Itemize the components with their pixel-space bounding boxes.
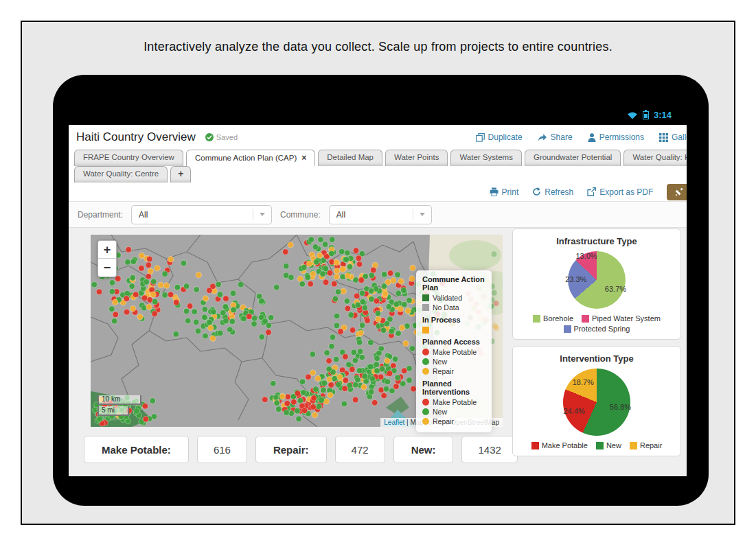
map-dot[interactable] (109, 306, 115, 312)
map-dot[interactable] (312, 412, 318, 418)
map-dot[interactable] (168, 256, 174, 262)
map-dot[interactable] (174, 284, 181, 290)
map-dot[interactable] (227, 327, 233, 333)
map-dot[interactable] (133, 292, 139, 298)
map-dot[interactable] (395, 375, 401, 381)
map-dot[interactable] (142, 404, 148, 410)
tab-commune-action-plan[interactable]: Commune Action Plan (CAP)× (186, 150, 315, 166)
add-tab-button[interactable]: + (170, 166, 191, 183)
map-dot[interactable] (295, 390, 301, 397)
map-dot[interactable] (359, 290, 365, 296)
map-dot[interactable] (361, 384, 367, 390)
map-dot[interactable] (406, 377, 413, 384)
map-dot[interactable] (268, 315, 274, 321)
map-dot[interactable] (337, 374, 343, 380)
map-dot[interactable] (356, 340, 363, 346)
map-dot[interactable] (400, 381, 406, 387)
map-dot[interactable] (321, 380, 328, 386)
map-dot[interactable] (370, 267, 376, 273)
map-dot[interactable] (355, 302, 361, 308)
map-dot[interactable] (301, 264, 307, 270)
map-dot[interactable] (308, 237, 314, 243)
map-dot[interactable] (352, 397, 358, 403)
map-dot[interactable] (350, 366, 356, 373)
map-dot[interactable] (259, 298, 265, 304)
department-select[interactable]: All (131, 205, 272, 224)
map-dot[interactable] (347, 264, 353, 270)
map-dot[interactable] (282, 249, 288, 255)
map-dot[interactable] (297, 397, 303, 404)
map-dot[interactable] (185, 318, 191, 324)
map-dot[interactable] (141, 295, 148, 301)
map-dot[interactable] (202, 314, 208, 320)
permissions-button[interactable]: Permissions (588, 132, 644, 142)
map-dot[interactable] (125, 259, 131, 266)
map-dot[interactable] (343, 377, 349, 384)
map-dot[interactable] (334, 274, 340, 280)
map-dot[interactable] (326, 358, 332, 364)
map-dot[interactable] (384, 320, 390, 327)
map-dot[interactable] (112, 299, 118, 305)
map-dot[interactable] (229, 318, 236, 325)
map-dot[interactable] (324, 350, 330, 356)
map-dot[interactable] (371, 400, 378, 406)
tab-water-systems[interactable]: Water Systems (450, 150, 522, 166)
map-dot[interactable] (410, 265, 416, 271)
map-dot[interactable] (109, 280, 115, 286)
map-dot[interactable] (411, 386, 417, 392)
map-dot[interactable] (207, 288, 213, 294)
map-dot[interactable] (284, 410, 290, 416)
map-dot[interactable] (406, 297, 413, 303)
map-dot[interactable] (358, 330, 364, 336)
map-dot[interactable] (323, 279, 329, 285)
map-dot[interactable] (345, 272, 351, 279)
map-dot[interactable] (353, 248, 359, 254)
map-dot[interactable] (310, 351, 316, 358)
map-dot[interactable] (163, 283, 170, 289)
map-dot[interactable] (356, 368, 363, 374)
map-dot[interactable] (381, 283, 387, 290)
map-dot[interactable] (150, 292, 157, 298)
map-dot[interactable] (334, 323, 340, 329)
map-dot[interactable] (97, 417, 103, 423)
map-dot[interactable] (329, 343, 335, 349)
map-dot[interactable] (491, 290, 497, 296)
map-dot[interactable] (357, 349, 363, 355)
map-dot[interactable] (316, 404, 322, 410)
map-dot[interactable] (328, 393, 334, 399)
map-dot[interactable] (158, 282, 164, 288)
zoom-out-button[interactable]: − (98, 259, 116, 277)
map-dot[interactable] (296, 416, 302, 422)
map-dot[interactable] (322, 242, 328, 248)
map-dot[interactable] (374, 368, 380, 374)
map-dot[interactable] (279, 393, 286, 399)
map-dot[interactable] (207, 325, 214, 331)
map-dot[interactable] (152, 299, 158, 305)
tab-detailed-map[interactable]: Detailed Map (318, 150, 382, 166)
map-dot[interactable] (409, 276, 415, 282)
map-dot[interactable] (299, 281, 306, 288)
map-dot[interactable] (345, 305, 351, 312)
tab-frape-country-overview[interactable]: FRAPE Country Overview (74, 150, 183, 166)
map-dot[interactable] (143, 417, 149, 423)
map-dot[interactable] (329, 237, 335, 243)
map-dot[interactable] (210, 336, 216, 342)
map-dot[interactable] (341, 401, 347, 407)
map-dot[interactable] (401, 288, 407, 294)
map-dot[interactable] (146, 304, 152, 310)
map-dot[interactable] (374, 298, 380, 304)
map-dot[interactable] (238, 281, 244, 288)
map-dot[interactable] (130, 275, 136, 281)
map-dot[interactable] (211, 309, 217, 315)
gallery-button[interactable]: Gallery (659, 132, 687, 142)
tab-water-quality-centre[interactable]: Water Quality: Centre (74, 166, 168, 183)
map-dot[interactable] (96, 289, 102, 295)
map-dot[interactable] (299, 379, 306, 385)
tab-groundwater-potential[interactable]: Groundwater Potential (525, 150, 621, 166)
map-dot[interactable] (343, 354, 349, 360)
map-dot[interactable] (288, 242, 294, 248)
map-dot[interactable] (317, 253, 323, 259)
map-dot[interactable] (339, 248, 345, 255)
map-dot[interactable] (223, 318, 229, 324)
map-dot[interactable] (323, 266, 329, 272)
